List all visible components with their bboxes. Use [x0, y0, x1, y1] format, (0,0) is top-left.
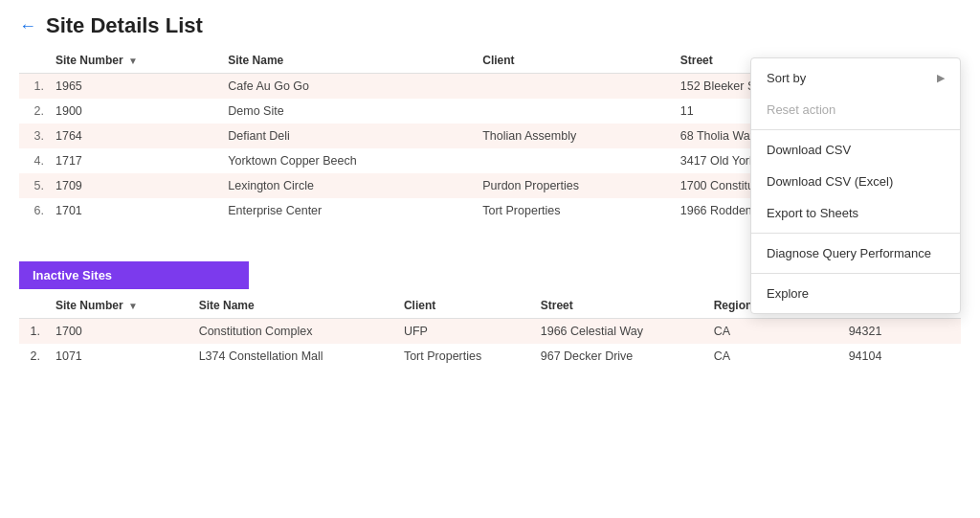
cell-site-number: 1717	[48, 148, 220, 173]
inactive-col-street: Street	[533, 293, 706, 319]
cell-client: Purdon Properties	[475, 173, 673, 198]
col-site-number[interactable]: Site Number ▼	[48, 48, 220, 74]
context-menu-item[interactable]: Sort by▶	[751, 62, 960, 94]
row-num: 4.	[19, 148, 48, 173]
row-num: 2.	[19, 99, 48, 124]
list-item[interactable]: 1. 1700 Constitution Complex UFP 1966 Ce…	[19, 319, 961, 345]
cell-site-number: 1700	[48, 319, 191, 345]
context-menu-item[interactable]: Diagnose Query Performance	[751, 237, 960, 269]
cell-street: 967 Decker Drive	[533, 344, 706, 369]
cell-client: Tort Properties	[396, 344, 533, 369]
menu-item-label: Reset action	[767, 102, 835, 117]
cell-client	[475, 99, 673, 124]
inactive-col-site-name: Site Name	[191, 293, 396, 319]
row-num: 1.	[19, 74, 48, 100]
cell-site-number: 1965	[48, 74, 220, 100]
cell-site-name: L374 Constellation Mall	[191, 344, 396, 369]
menu-divider	[751, 273, 960, 274]
menu-item-label: Download CSV	[767, 143, 851, 157]
cell-site-name: Enterprise Center	[220, 198, 475, 223]
inactive-sort-arrow-icon: ▼	[128, 301, 138, 311]
row-num: 6.	[19, 198, 48, 223]
back-button[interactable]: ←	[19, 16, 36, 36]
inactive-col-client: Client	[396, 293, 533, 319]
list-item[interactable]: 2. 1071 L374 Constellation Mall Tort Pro…	[19, 344, 961, 369]
cell-client: Tholian Assembly	[475, 124, 673, 148]
inactive-col-num	[19, 293, 48, 319]
inactive-col-site-number[interactable]: Site Number ▼	[48, 293, 191, 319]
context-menu-item[interactable]: Download CSV (Excel)	[751, 166, 960, 197]
page-title: Site Details List	[46, 13, 203, 38]
col-site-name: Site Name	[220, 48, 475, 74]
context-menu-item[interactable]: Export to Sheets	[751, 197, 960, 229]
cell-site-name: Constitution Complex	[191, 319, 396, 345]
col-client: Client	[475, 48, 673, 74]
cell-site-number: 1764	[48, 124, 220, 148]
submenu-arrow-icon: ▶	[937, 72, 945, 84]
context-menu-item: Reset action	[751, 94, 960, 125]
col-num	[19, 48, 48, 74]
menu-item-label: Download CSV (Excel)	[767, 174, 893, 189]
context-menu-item[interactable]: Download CSV	[751, 134, 960, 166]
cell-site-name: Yorktown Copper Beech	[220, 148, 475, 173]
menu-divider	[751, 233, 960, 234]
menu-item-label: Sort by	[767, 71, 806, 85]
row-num: 3.	[19, 124, 48, 148]
cell-site-number: 1701	[48, 198, 220, 223]
cell-site-number: 1709	[48, 173, 220, 198]
cell-region: CA	[706, 344, 841, 369]
menu-item-label: Diagnose Query Performance	[767, 246, 931, 260]
cell-postal: 94321	[841, 319, 961, 345]
cell-site-name: Cafe Au Go Go	[220, 74, 475, 100]
cell-site-name: Demo Site	[220, 99, 475, 124]
sort-arrow-icon: ▼	[128, 56, 138, 66]
page-header: ← Site Details List	[0, 0, 980, 48]
cell-street: 1966 Celestial Way	[533, 319, 706, 345]
cell-client	[475, 74, 673, 100]
context-menu-item[interactable]: Explore	[751, 278, 960, 309]
inactive-sites-header: Inactive Sites	[19, 261, 249, 289]
cell-site-name: Lexington Circle	[220, 173, 475, 198]
cell-client: UFP	[396, 319, 533, 345]
menu-item-label: Export to Sheets	[767, 206, 858, 220]
cell-region: CA	[706, 319, 841, 345]
context-menu: Sort by▶Reset actionDownload CSVDownload…	[750, 57, 961, 314]
row-num: 5.	[19, 173, 48, 198]
cell-site-number: 1900	[48, 99, 220, 124]
cell-client: Tort Properties	[475, 198, 673, 223]
cell-postal: 94104	[841, 344, 961, 369]
menu-divider	[751, 129, 960, 130]
menu-item-label: Explore	[767, 286, 809, 301]
row-num: 2.	[19, 344, 48, 369]
cell-client	[475, 148, 673, 173]
row-num: 1.	[19, 319, 48, 345]
cell-site-name: Defiant Deli	[220, 124, 475, 148]
cell-site-number: 1071	[48, 344, 191, 369]
